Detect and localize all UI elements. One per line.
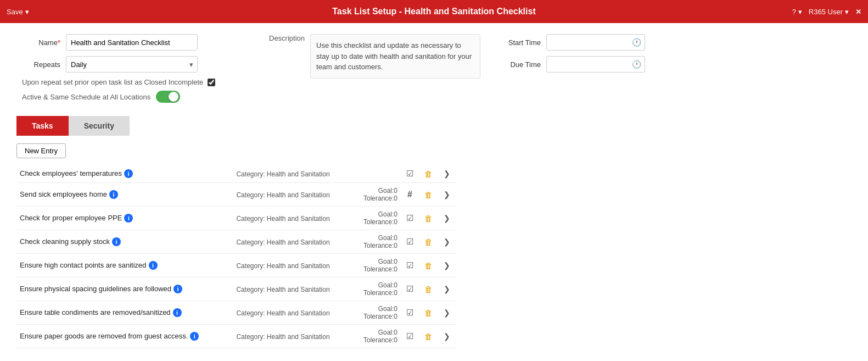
task-expand-button[interactable]: ❯ xyxy=(441,285,452,293)
help-button[interactable]: ? ▾ xyxy=(792,8,802,16)
task-delete-button[interactable]: 🗑 xyxy=(422,285,435,294)
due-time-input[interactable] xyxy=(546,56,645,73)
task-category-text: Category: Health and Sanitation xyxy=(236,333,329,341)
task-delete-button[interactable]: 🗑 xyxy=(422,214,435,223)
task-type-cell: ☑ xyxy=(401,254,419,277)
task-name-cell: Check cleaning supply stocki xyxy=(16,230,233,254)
task-delete-button[interactable]: 🗑 xyxy=(422,308,435,318)
task-category-cell: Category: Health and Sanitation xyxy=(233,165,349,183)
task-name-cell: Ensure high contact points are sanitized… xyxy=(16,254,233,277)
task-category-text: Category: Health and Sanitation xyxy=(236,262,329,270)
task-name-text: Send sick employees home xyxy=(20,190,107,198)
task-expand-cell: ❯ xyxy=(438,254,456,277)
repeats-select[interactable]: Daily Weekly Monthly None xyxy=(66,56,198,73)
task-category-cell: Category: Health and Sanitation xyxy=(233,325,349,348)
close-button[interactable]: ✕ xyxy=(855,8,861,16)
task-info-icon[interactable]: i xyxy=(173,285,182,293)
task-type-cell: # xyxy=(401,183,419,207)
task-category-cell: Category: Health and Sanitation xyxy=(233,207,349,230)
task-type-cell: ☑ xyxy=(401,207,419,230)
task-delete-cell: 🗑 xyxy=(419,183,438,207)
start-time-input[interactable] xyxy=(546,34,645,51)
task-info-icon[interactable]: i xyxy=(109,190,118,199)
task-expand-button[interactable]: ❯ xyxy=(441,237,452,246)
task-name-cell: Check for proper employee PPEi xyxy=(16,207,233,230)
task-name-cell: Ensure physical spacing guidelines are f… xyxy=(16,277,233,301)
task-info-icon[interactable]: i xyxy=(149,261,158,270)
task-expand-button[interactable]: ❯ xyxy=(441,261,452,270)
task-name-text: Check employees' temperatures xyxy=(20,169,122,177)
name-input[interactable] xyxy=(66,34,198,51)
task-info-icon[interactable]: i xyxy=(173,308,182,317)
task-check-icon: ☑ xyxy=(404,260,416,270)
task-table: Check employees' temperaturesiCategory: … xyxy=(16,165,456,348)
task-name-cell: Send sick employees homei xyxy=(16,183,233,207)
task-category-cell: Category: Health and Sanitation xyxy=(233,254,349,277)
task-type-cell: ☑ xyxy=(401,325,419,348)
task-info-icon[interactable]: i xyxy=(190,332,199,341)
closed-incomplete-checkbox[interactable] xyxy=(208,79,215,86)
task-expand-button[interactable]: ❯ xyxy=(441,332,452,341)
task-delete-button[interactable]: 🗑 xyxy=(422,169,435,179)
save-button[interactable]: Save ▾ xyxy=(7,8,29,16)
task-check-icon: ☑ xyxy=(404,308,416,317)
task-expand-cell: ❯ xyxy=(438,230,456,254)
form-middle: Description Use this checklist and updat… xyxy=(269,34,480,106)
task-goal-text: Goal:0 xyxy=(353,234,397,242)
start-time-label: Start Time xyxy=(502,38,546,47)
toggle-row: Active & Same Schedule at All Locations xyxy=(16,91,247,103)
task-type-cell: ☑ xyxy=(401,301,419,325)
task-check-icon: ☑ xyxy=(404,284,416,293)
task-goal-cell: Goal:0Tolerance:0 xyxy=(350,230,401,254)
task-tolerance-text: Tolerance:0 xyxy=(353,313,397,320)
new-entry-button[interactable]: New Entry xyxy=(16,143,66,158)
tab-security[interactable]: Security xyxy=(69,116,130,136)
repeats-select-wrapper: Daily Weekly Monthly None ▾ xyxy=(66,56,198,73)
form-left: Name* Repeats Daily Weekly Monthly None … xyxy=(16,34,247,106)
task-info-icon[interactable]: i xyxy=(124,169,133,178)
help-icon: ? xyxy=(792,8,796,16)
task-expand-cell: ❯ xyxy=(438,165,456,183)
task-delete-cell: 🗑 xyxy=(419,325,438,348)
task-goal-text: Goal:0 xyxy=(353,258,397,265)
task-category-text: Category: Health and Sanitation xyxy=(236,215,329,223)
task-name-text: Check cleaning supply stock xyxy=(20,237,110,246)
task-expand-button[interactable]: ❯ xyxy=(441,190,452,199)
due-time-label: Due Time xyxy=(502,60,546,69)
task-goal-text: Goal:0 xyxy=(353,329,397,336)
task-info-icon[interactable]: i xyxy=(124,214,133,223)
task-check-icon: ☑ xyxy=(404,169,416,178)
close-icon: ✕ xyxy=(855,8,861,16)
table-row: Ensure physical spacing guidelines are f… xyxy=(16,277,456,301)
task-info-icon[interactable]: i xyxy=(112,237,121,246)
task-expand-button[interactable]: ❯ xyxy=(441,308,452,317)
task-goal-text: Goal:0 xyxy=(353,305,397,313)
task-expand-button[interactable]: ❯ xyxy=(441,169,452,178)
task-name-text: Ensure paper goods are removed from gues… xyxy=(20,332,188,340)
table-row: Check for proper employee PPEiCategory: … xyxy=(16,207,456,230)
task-delete-button[interactable]: 🗑 xyxy=(422,190,435,199)
task-delete-button[interactable]: 🗑 xyxy=(422,332,435,341)
task-expand-button[interactable]: ❯ xyxy=(441,214,452,223)
task-tolerance-text: Tolerance:0 xyxy=(353,195,397,202)
task-expand-cell: ❯ xyxy=(438,301,456,325)
task-delete-cell: 🗑 xyxy=(419,230,438,254)
task-expand-cell: ❯ xyxy=(438,207,456,230)
table-row: Ensure table condiments are removed/sani… xyxy=(16,301,456,325)
user-menu-button[interactable]: R365 User ▾ xyxy=(809,8,849,16)
task-goal-cell: Goal:0Tolerance:0 xyxy=(350,325,401,348)
task-name-text: Ensure high contact points are sanitized xyxy=(20,261,147,269)
user-label: R365 User xyxy=(809,8,843,16)
task-type-cell: ☑ xyxy=(401,277,419,301)
task-delete-button[interactable]: 🗑 xyxy=(422,261,435,270)
checkbox-label: Upon repeat set prior open task list as … xyxy=(22,78,203,86)
save-dropdown-icon: ▾ xyxy=(25,8,29,16)
task-goal-text: Goal:0 xyxy=(353,210,397,218)
task-delete-button[interactable]: 🗑 xyxy=(422,237,435,247)
tab-tasks[interactable]: Tasks xyxy=(16,116,69,136)
task-category-text: Category: Health and Sanitation xyxy=(236,170,329,178)
task-category-cell: Category: Health and Sanitation xyxy=(233,230,349,254)
active-schedule-toggle[interactable] xyxy=(156,91,180,103)
description-box: Use this checklist and update as necessa… xyxy=(310,34,480,79)
save-label: Save xyxy=(7,8,23,16)
